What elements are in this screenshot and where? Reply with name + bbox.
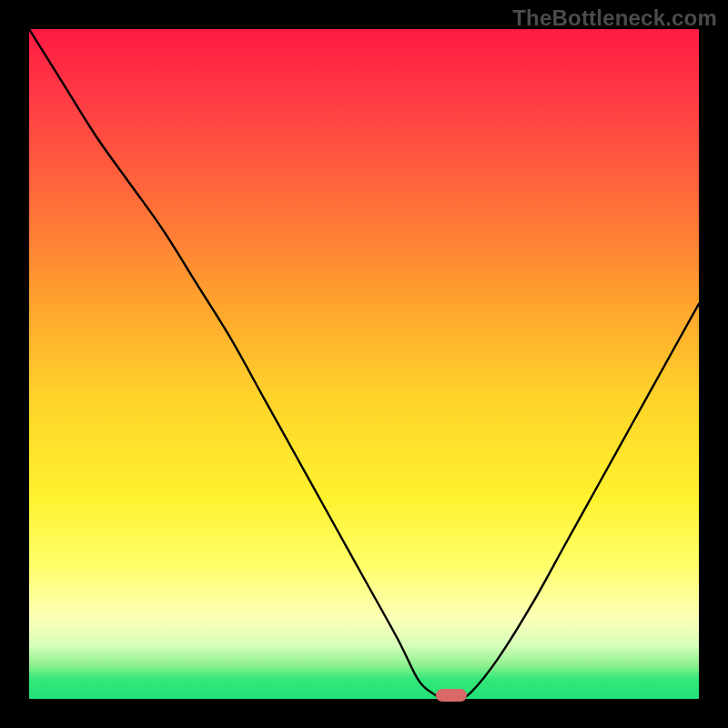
chart-frame: TheBottleneck.com <box>0 0 728 728</box>
plot-area <box>29 29 699 699</box>
minimum-marker <box>436 689 467 702</box>
bottleneck-curve <box>29 29 699 699</box>
watermark-text: TheBottleneck.com <box>512 5 717 31</box>
